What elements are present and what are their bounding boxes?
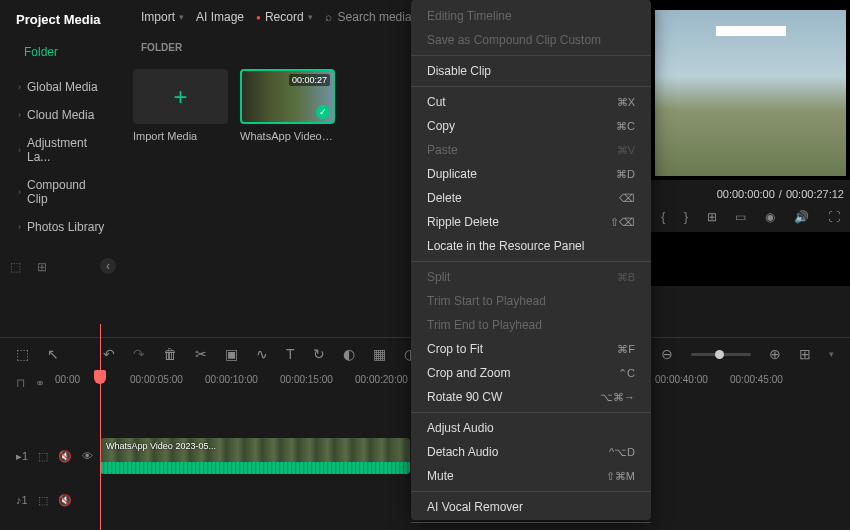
time-separator: / [779, 188, 782, 200]
search-media[interactable]: ⌕Search media [325, 10, 412, 24]
menu-item-label: Paste [427, 143, 458, 157]
zoom-out-icon[interactable]: ⊖ [661, 346, 673, 362]
menu-shortcut: ^⌥D [609, 446, 635, 459]
video-track-icon[interactable]: ▸1 [16, 450, 28, 463]
media-clip-tile[interactable]: 00:00:27 ✓ WhatsApp Video 202... [240, 69, 335, 142]
sidebar-item[interactable]: ›Global Media [8, 73, 117, 101]
folder-icon[interactable]: ⊞ [37, 260, 47, 274]
check-icon: ✓ [316, 105, 330, 119]
preview-panel: 00:00:00:00 / 00:00:27:12 { } ⊞ ▭ ◉ 🔊 ⛶ [650, 0, 850, 286]
mark-out-icon[interactable]: } [684, 210, 688, 224]
redo-icon[interactable]: ↷ [133, 346, 145, 362]
menu-shortcut: ⌘B [617, 271, 635, 284]
monitor-icon[interactable]: ▭ [735, 210, 746, 224]
menu-item[interactable]: AI Vocal Remover [411, 495, 651, 519]
menu-item[interactable]: Duplicate⌘D [411, 162, 651, 186]
sidebar-item-label: Photos Library [27, 220, 104, 234]
sidebar-tab-folder[interactable]: Folder [8, 39, 117, 65]
record-button[interactable]: ●Record▾ [256, 10, 313, 24]
playhead-handle[interactable] [94, 370, 106, 384]
sidebar-item[interactable]: ›Photos Library [8, 213, 117, 241]
ai-image-button[interactable]: AI Image [196, 10, 244, 24]
sidebar-item-label: Global Media [27, 80, 98, 94]
mute-icon[interactable]: 🔇 [58, 494, 72, 507]
audio-track-icon[interactable]: ♪1 [16, 494, 28, 507]
menu-item-label: Mute [427, 469, 454, 483]
select-tool-icon[interactable]: ↖ [47, 346, 59, 362]
view-options-icon[interactable]: ⊞ [799, 346, 811, 362]
lock-icon[interactable]: ⬚ [38, 450, 48, 463]
sidebar: Project Media Folder ›Global Media›Cloud… [0, 0, 125, 337]
text-tool-icon[interactable]: T [286, 346, 295, 362]
import-media-tile[interactable]: + Import Media [133, 69, 228, 142]
menu-separator [411, 491, 651, 492]
chevron-right-icon: › [18, 145, 21, 155]
menu-item[interactable]: Locate in the Resource Panel [411, 234, 651, 258]
menu-item[interactable]: Rotate 90 CW⌥⌘→ [411, 385, 651, 409]
menu-shortcut: ⌥⌘→ [600, 391, 635, 404]
menu-separator [411, 522, 651, 523]
sidebar-item[interactable]: ›Adjustment La... [8, 129, 117, 171]
tile-label: Import Media [133, 130, 228, 142]
menu-item-label: Copy [427, 119, 455, 133]
menu-item[interactable]: Disable Clip [411, 59, 651, 83]
import-button[interactable]: Import▾ [141, 10, 184, 24]
mark-in-icon[interactable]: { [661, 210, 665, 224]
speed-icon[interactable]: ∿ [256, 346, 268, 362]
menu-item-label: Trim Start to Playhead [427, 294, 546, 308]
menu-shortcut: ⌘V [617, 144, 635, 157]
fullscreen-icon[interactable]: ⛶ [828, 210, 840, 224]
menu-shortcut: ⌘X [617, 96, 635, 109]
cut-tool-icon[interactable]: ✂ [195, 346, 207, 362]
volume-icon[interactable]: 🔊 [794, 210, 809, 224]
menu-item[interactable]: Show Speed Control [411, 526, 651, 530]
menu-item[interactable]: Crop and Zoom⌃C [411, 361, 651, 385]
new-folder-icon[interactable]: ⬚ [10, 260, 21, 274]
playhead[interactable] [100, 324, 101, 530]
collapse-sidebar-button[interactable]: ‹ [100, 258, 116, 274]
menu-separator [411, 86, 651, 87]
menu-item-label: Trim End to Playhead [427, 318, 542, 332]
menu-item[interactable]: Detach Audio^⌥D [411, 440, 651, 464]
menu-item: Editing Timeline [411, 4, 651, 28]
magnet-icon[interactable]: ⊓ [16, 376, 25, 390]
snapshot-icon[interactable]: ◉ [765, 210, 775, 224]
effects-icon[interactable]: ▦ [373, 346, 386, 362]
crop-tool-icon[interactable]: ▣ [225, 346, 238, 362]
menu-shortcut: ⌃C [618, 367, 635, 380]
menu-item[interactable]: Cut⌘X [411, 90, 651, 114]
record-dot-icon: ● [256, 13, 261, 22]
sidebar-item[interactable]: ›Compound Clip [8, 171, 117, 213]
time-current: 00:00:00:00 [717, 188, 775, 200]
link-icon[interactable]: ⚭ [35, 376, 45, 390]
undo-icon[interactable]: ↶ [103, 346, 115, 362]
zoom-slider[interactable] [691, 353, 751, 356]
sidebar-item[interactable]: ›Cloud Media [8, 101, 117, 129]
zoom-in-icon[interactable]: ⊕ [769, 346, 781, 362]
menu-item[interactable]: Crop to Fit⌘F [411, 337, 651, 361]
delete-icon[interactable]: 🗑 [163, 346, 177, 362]
reload-icon[interactable]: ↻ [313, 346, 325, 362]
menu-item[interactable]: Ripple Delete⇧⌫ [411, 210, 651, 234]
ruler-tick: 00:00 [55, 374, 130, 385]
menu-separator [411, 261, 651, 262]
menu-item[interactable]: Delete⌫ [411, 186, 651, 210]
menu-shortcut: ⌫ [619, 192, 635, 205]
time-total: 00:00:27:12 [786, 188, 844, 200]
search-icon: ⌕ [325, 10, 332, 24]
chevron-down-icon[interactable]: ▾ [829, 349, 834, 359]
mute-icon[interactable]: 🔇 [58, 450, 72, 463]
lock-icon[interactable]: ⬚ [38, 494, 48, 507]
crop-icon[interactable]: ⊞ [707, 210, 717, 224]
preview-viewport[interactable] [651, 0, 850, 180]
menu-item[interactable]: Adjust Audio [411, 416, 651, 440]
timeline-clip[interactable]: WhatsApp Video 2023-05... [100, 438, 410, 474]
chevron-right-icon: › [18, 110, 21, 120]
visibility-icon[interactable]: 👁 [82, 450, 93, 463]
menu-item[interactable]: Mute⇧⌘M [411, 464, 651, 488]
menu-item[interactable]: Copy⌘C [411, 114, 651, 138]
ruler-tick: 00:00:15:00 [280, 374, 355, 385]
pointer-tool-icon[interactable]: ⬚ [16, 346, 29, 362]
color-icon[interactable]: ◐ [343, 346, 355, 362]
menu-item-label: Delete [427, 191, 462, 205]
